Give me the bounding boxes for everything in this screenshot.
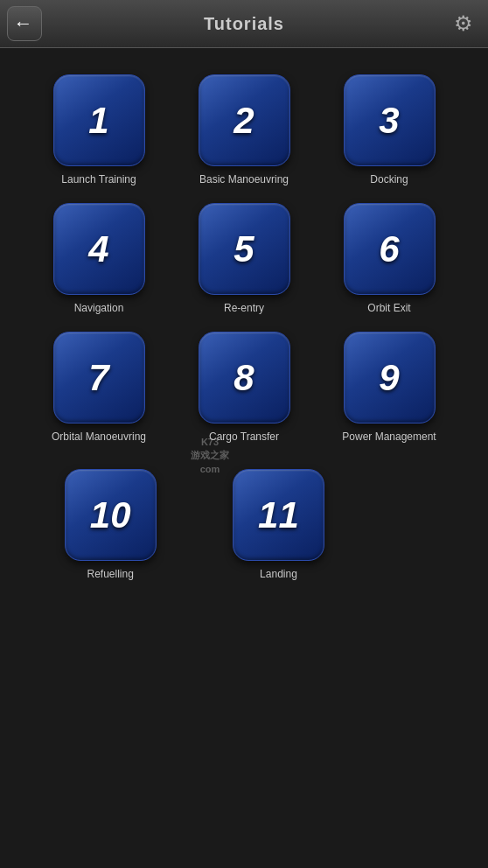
tutorial-button-7[interactable]: 7 — [53, 332, 145, 424]
tutorial-number-9: 9 — [379, 357, 399, 399]
tutorial-number-8: 8 — [234, 357, 254, 399]
tutorial-button-11[interactable]: 11 — [233, 469, 324, 561]
tutorial-button-9[interactable]: 9 — [344, 332, 436, 424]
tutorial-number-3: 3 — [379, 100, 399, 142]
tutorial-button-6[interactable]: 6 — [344, 203, 436, 295]
tutorial-label-6: Orbit Exit — [367, 302, 410, 314]
tutorial-item-9[interactable]: 9Power Management — [325, 332, 453, 443]
tutorial-number-7: 7 — [88, 357, 108, 399]
tutorial-label-4: Navigation — [74, 302, 124, 314]
tutorial-item-6[interactable]: 6Orbit Exit — [325, 203, 453, 314]
tutorial-item-11[interactable]: 11Landing — [203, 469, 353, 580]
tutorial-item-1[interactable]: 1Launch Training — [35, 74, 163, 186]
tutorial-label-10: Refuelling — [87, 568, 133, 580]
tutorial-number-11: 11 — [258, 494, 299, 536]
tutorial-item-5[interactable]: 5Re-entry — [180, 203, 308, 314]
tutorial-button-4[interactable]: 4 — [53, 203, 145, 295]
tutorial-item-2[interactable]: 2Basic Manoeuvring — [180, 74, 308, 186]
tutorial-button-10[interactable]: 10 — [65, 469, 157, 561]
back-arrow-icon: ← — [14, 12, 33, 35]
tutorial-label-3: Docking — [370, 173, 408, 186]
tutorial-label-7: Orbital Manoeuvring — [52, 430, 146, 443]
tutorial-number-10: 10 — [90, 494, 131, 536]
settings-button[interactable]: ⚙ — [446, 6, 481, 41]
tutorial-button-1[interactable]: 1 — [53, 74, 145, 166]
tutorial-number-4: 4 — [88, 228, 108, 270]
tutorial-item-3[interactable]: 3Docking — [325, 74, 453, 186]
tutorial-item-10[interactable]: 10Refuelling — [35, 469, 185, 580]
tutorial-label-11: Landing — [260, 568, 297, 580]
tutorial-label-9: Power Management — [342, 430, 436, 443]
tutorial-number-2: 2 — [234, 100, 254, 142]
gear-icon: ⚙ — [454, 11, 473, 36]
tutorials-last-row: 10Refuelling11Landing — [0, 469, 488, 580]
back-button[interactable]: ← — [7, 6, 42, 41]
tutorial-label-2: Basic Manoeuvring — [199, 173, 289, 186]
header: ← Tutorials ⚙ — [0, 0, 488, 48]
tutorial-item-8[interactable]: 8Cargo Transfer — [180, 332, 308, 443]
tutorial-button-8[interactable]: 8 — [199, 332, 290, 424]
tutorial-item-4[interactable]: 4Navigation — [35, 203, 163, 314]
tutorial-number-6: 6 — [379, 228, 399, 270]
tutorial-number-1: 1 — [88, 100, 108, 142]
tutorial-label-1: Launch Training — [61, 173, 136, 186]
tutorial-button-5[interactable]: 5 — [199, 203, 290, 295]
tutorial-label-5: Re-entry — [224, 302, 264, 314]
header-title: Tutorials — [204, 14, 284, 34]
tutorial-button-2[interactable]: 2 — [199, 74, 290, 166]
tutorial-label-8: Cargo Transfer — [209, 430, 279, 443]
tutorial-item-7[interactable]: 7Orbital Manoeuvring — [35, 332, 163, 443]
tutorial-number-5: 5 — [234, 228, 254, 270]
tutorials-grid: 1Launch Training2Basic Manoeuvring3Docki… — [0, 48, 488, 469]
tutorial-button-3[interactable]: 3 — [344, 74, 436, 166]
